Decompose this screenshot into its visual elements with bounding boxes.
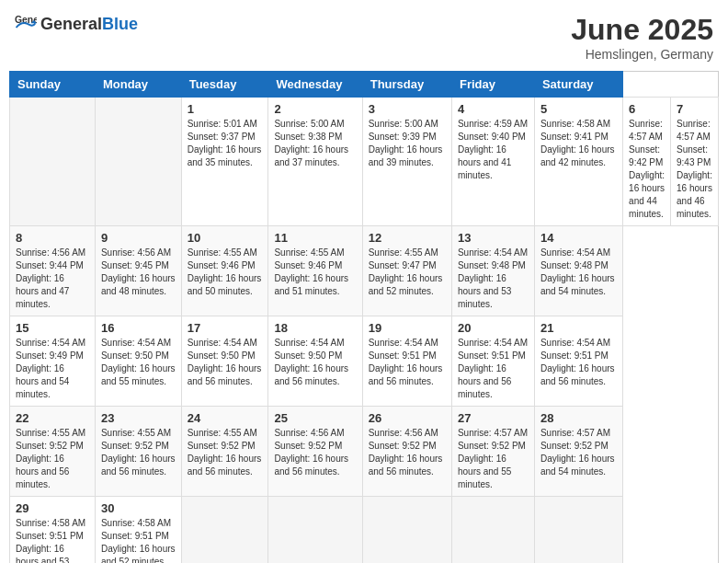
day-info: Sunrise: 4:58 AM Sunset: 9:51 PM Dayligh… xyxy=(16,517,89,563)
day-info: Sunrise: 4:54 AM Sunset: 9:50 PM Dayligh… xyxy=(274,337,356,388)
day-number: 10 xyxy=(188,231,263,245)
day-number: 5 xyxy=(540,102,617,116)
header-tuesday: Tuesday xyxy=(181,72,268,98)
day-info: Sunrise: 4:55 AM Sunset: 9:46 PM Dayligh… xyxy=(274,247,356,298)
calendar-cell: 12 Sunrise: 4:55 AM Sunset: 9:47 PM Dayl… xyxy=(362,226,451,316)
calendar-cell xyxy=(362,497,451,564)
day-number: 13 xyxy=(458,231,529,245)
calendar-cell: 16 Sunrise: 4:54 AM Sunset: 9:50 PM Dayl… xyxy=(95,316,181,407)
calendar-cell: 15 Sunrise: 4:54 AM Sunset: 9:49 PM Dayl… xyxy=(10,316,96,407)
calendar-cell xyxy=(534,497,622,564)
calendar-cell: 23 Sunrise: 4:55 AM Sunset: 9:52 PM Dayl… xyxy=(95,407,181,497)
calendar-cell: 28 Sunrise: 4:57 AM Sunset: 9:52 PM Dayl… xyxy=(534,407,622,497)
calendar-cell: 11 Sunrise: 4:55 AM Sunset: 9:46 PM Dayl… xyxy=(268,226,362,316)
day-number: 8 xyxy=(16,231,89,245)
calendar-cell: 22 Sunrise: 4:55 AM Sunset: 9:52 PM Dayl… xyxy=(10,407,96,497)
day-number: 1 xyxy=(188,102,263,116)
calendar-cell: 8 Sunrise: 4:56 AM Sunset: 9:44 PM Dayli… xyxy=(10,226,96,316)
header-wednesday: Wednesday xyxy=(268,72,362,98)
day-info: Sunrise: 4:55 AM Sunset: 9:46 PM Dayligh… xyxy=(188,247,263,298)
day-number: 3 xyxy=(369,102,446,116)
calendar-cell: 1 Sunrise: 5:01 AM Sunset: 9:37 PM Dayli… xyxy=(181,98,268,226)
weekday-header-row: SundayMondayTuesdayWednesdayThursdayFrid… xyxy=(10,72,719,98)
day-number: 30 xyxy=(101,501,176,515)
day-info: Sunrise: 4:54 AM Sunset: 9:51 PM Dayligh… xyxy=(540,337,617,388)
day-info: Sunrise: 4:57 AM Sunset: 9:52 PM Dayligh… xyxy=(540,427,617,478)
day-info: Sunrise: 4:54 AM Sunset: 9:51 PM Dayligh… xyxy=(369,337,446,388)
day-number: 11 xyxy=(274,231,356,245)
calendar-cell: 2 Sunrise: 5:00 AM Sunset: 9:38 PM Dayli… xyxy=(268,98,362,226)
day-number: 22 xyxy=(16,411,89,425)
day-number: 17 xyxy=(188,321,263,335)
day-info: Sunrise: 4:54 AM Sunset: 9:50 PM Dayligh… xyxy=(101,337,176,388)
day-number: 23 xyxy=(101,411,176,425)
calendar-cell: 4 Sunrise: 4:59 AM Sunset: 9:40 PM Dayli… xyxy=(451,98,534,226)
day-info: Sunrise: 4:57 AM Sunset: 9:43 PM Dayligh… xyxy=(677,118,712,221)
calendar-cell xyxy=(268,497,362,564)
calendar-cell: 29 Sunrise: 4:58 AM Sunset: 9:51 PM Dayl… xyxy=(10,497,96,564)
day-number: 25 xyxy=(274,411,356,425)
day-number: 29 xyxy=(16,501,89,515)
calendar-cell: 5 Sunrise: 4:58 AM Sunset: 9:41 PM Dayli… xyxy=(534,98,622,226)
day-info: Sunrise: 4:57 AM Sunset: 9:42 PM Dayligh… xyxy=(629,118,665,221)
day-info: Sunrise: 4:56 AM Sunset: 9:52 PM Dayligh… xyxy=(369,427,446,478)
calendar-cell: 20 Sunrise: 4:54 AM Sunset: 9:51 PM Dayl… xyxy=(451,316,534,407)
day-number: 12 xyxy=(369,231,446,245)
day-number: 16 xyxy=(101,321,176,335)
day-info: Sunrise: 4:55 AM Sunset: 9:47 PM Dayligh… xyxy=(369,247,446,298)
day-info: Sunrise: 5:00 AM Sunset: 9:38 PM Dayligh… xyxy=(274,118,356,169)
calendar-cell: 14 Sunrise: 4:54 AM Sunset: 9:48 PM Dayl… xyxy=(534,226,622,316)
day-number: 19 xyxy=(369,321,446,335)
location-subtitle: Hemslingen, Germany xyxy=(571,47,713,62)
day-number: 21 xyxy=(540,321,617,335)
calendar-cell: 10 Sunrise: 4:55 AM Sunset: 9:46 PM Dayl… xyxy=(181,226,268,316)
week-row-1: 1 Sunrise: 5:01 AM Sunset: 9:37 PM Dayli… xyxy=(10,98,719,226)
calendar-cell: 3 Sunrise: 5:00 AM Sunset: 9:39 PM Dayli… xyxy=(362,98,451,226)
week-row-5: 29 Sunrise: 4:58 AM Sunset: 9:51 PM Dayl… xyxy=(10,497,719,564)
day-info: Sunrise: 4:54 AM Sunset: 9:48 PM Dayligh… xyxy=(458,247,529,311)
day-number: 7 xyxy=(677,102,712,116)
calendar-cell xyxy=(451,497,534,564)
calendar-cell: 25 Sunrise: 4:56 AM Sunset: 9:52 PM Dayl… xyxy=(268,407,362,497)
calendar-cell: 27 Sunrise: 4:57 AM Sunset: 9:52 PM Dayl… xyxy=(451,407,534,497)
calendar-cell: 18 Sunrise: 4:54 AM Sunset: 9:50 PM Dayl… xyxy=(268,316,362,407)
logo-icon: General xyxy=(15,13,37,35)
calendar-table: SundayMondayTuesdayWednesdayThursdayFrid… xyxy=(9,71,719,563)
day-number: 24 xyxy=(188,411,263,425)
header-friday: Friday xyxy=(451,72,534,98)
logo: General GeneralBlue xyxy=(15,13,138,35)
day-info: Sunrise: 4:56 AM Sunset: 9:52 PM Dayligh… xyxy=(274,427,356,478)
day-info: Sunrise: 4:54 AM Sunset: 9:49 PM Dayligh… xyxy=(16,337,89,401)
day-number: 4 xyxy=(458,102,529,116)
day-info: Sunrise: 4:57 AM Sunset: 9:52 PM Dayligh… xyxy=(458,427,529,491)
day-number: 27 xyxy=(458,411,529,425)
logo-wordmark: GeneralBlue xyxy=(40,15,138,34)
calendar-cell: 24 Sunrise: 4:55 AM Sunset: 9:52 PM Dayl… xyxy=(181,407,268,497)
calendar-cell: 26 Sunrise: 4:56 AM Sunset: 9:52 PM Dayl… xyxy=(362,407,451,497)
day-number: 28 xyxy=(540,411,617,425)
day-info: Sunrise: 5:01 AM Sunset: 9:37 PM Dayligh… xyxy=(188,118,263,169)
header: General GeneralBlue June 2025 Hemslingen… xyxy=(9,9,719,65)
logo-general-text: General xyxy=(40,15,102,33)
day-info: Sunrise: 4:55 AM Sunset: 9:52 PM Dayligh… xyxy=(16,427,89,491)
week-row-2: 8 Sunrise: 4:56 AM Sunset: 9:44 PM Dayli… xyxy=(10,226,719,316)
logo-blue-text: Blue xyxy=(102,15,138,33)
day-number: 20 xyxy=(458,321,529,335)
day-info: Sunrise: 4:55 AM Sunset: 9:52 PM Dayligh… xyxy=(101,427,176,478)
day-number: 18 xyxy=(274,321,356,335)
title-area: June 2025 Hemslingen, Germany xyxy=(571,13,713,62)
day-number: 6 xyxy=(629,102,665,116)
day-number: 15 xyxy=(16,321,89,335)
day-info: Sunrise: 4:58 AM Sunset: 9:51 PM Dayligh… xyxy=(101,517,176,563)
day-info: Sunrise: 4:54 AM Sunset: 9:51 PM Dayligh… xyxy=(458,337,529,401)
calendar-cell: 9 Sunrise: 4:56 AM Sunset: 9:45 PM Dayli… xyxy=(95,226,181,316)
day-info: Sunrise: 4:54 AM Sunset: 9:50 PM Dayligh… xyxy=(188,337,263,388)
day-info: Sunrise: 4:58 AM Sunset: 9:41 PM Dayligh… xyxy=(540,118,617,169)
calendar-cell: 17 Sunrise: 4:54 AM Sunset: 9:50 PM Dayl… xyxy=(181,316,268,407)
calendar-cell xyxy=(95,98,181,226)
calendar-cell xyxy=(10,98,96,226)
calendar-cell: 7 Sunrise: 4:57 AM Sunset: 9:43 PM Dayli… xyxy=(671,98,719,226)
header-sunday: Sunday xyxy=(10,72,96,98)
week-row-4: 22 Sunrise: 4:55 AM Sunset: 9:52 PM Dayl… xyxy=(10,407,719,497)
calendar-cell: 13 Sunrise: 4:54 AM Sunset: 9:48 PM Dayl… xyxy=(451,226,534,316)
